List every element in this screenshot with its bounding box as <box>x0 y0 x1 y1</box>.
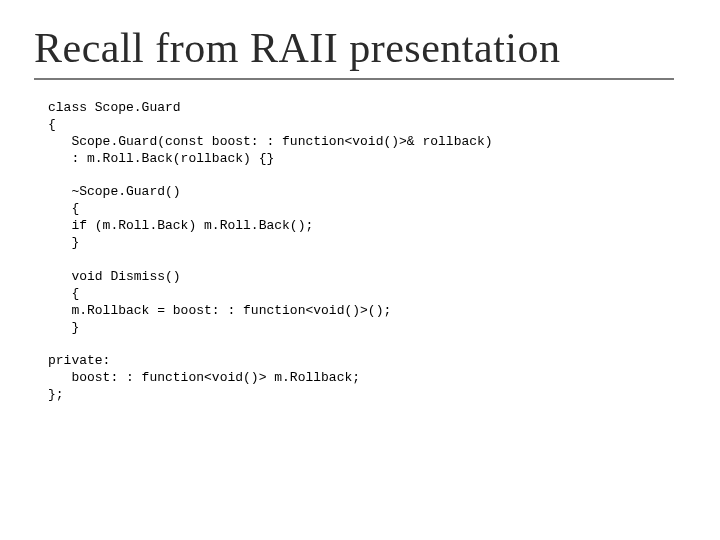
slide: Recall from RAII presentation class Scop… <box>0 0 720 540</box>
title-underline <box>34 78 674 80</box>
slide-title: Recall from RAII presentation <box>34 24 686 72</box>
code-block: class Scope.Guard { Scope.Guard(const bo… <box>48 100 686 404</box>
